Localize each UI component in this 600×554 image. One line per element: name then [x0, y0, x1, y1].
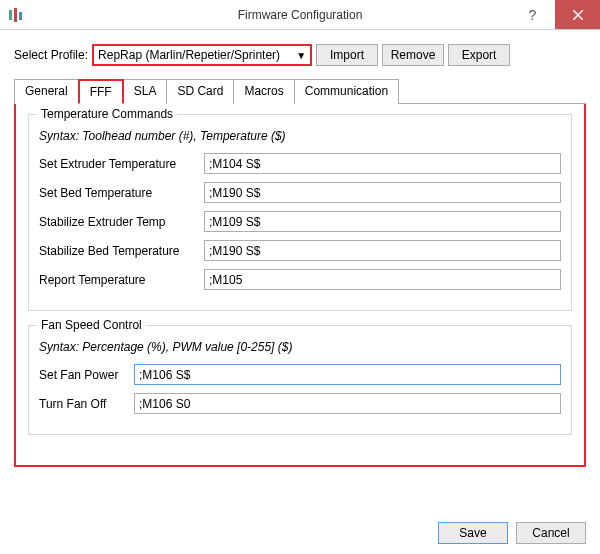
cancel-button[interactable]: Cancel [516, 522, 586, 544]
tab-macros[interactable]: Macros [233, 79, 294, 104]
close-button[interactable] [555, 0, 600, 29]
turn-fan-off-input[interactable] [134, 393, 561, 414]
chevron-down-icon: ▼ [296, 50, 306, 61]
export-button[interactable]: Export [448, 44, 510, 66]
tab-communication[interactable]: Communication [294, 79, 399, 104]
tab-sla[interactable]: SLA [123, 79, 168, 104]
app-icon [8, 7, 24, 23]
set-extruder-temp-input[interactable] [204, 153, 561, 174]
set-fan-power-label: Set Fan Power [39, 368, 134, 382]
syntax-hint: Syntax: Percentage (%), PWM value [0-255… [39, 340, 561, 354]
group-title: Fan Speed Control [37, 318, 146, 332]
help-button[interactable]: ? [510, 0, 555, 29]
import-button[interactable]: Import [316, 44, 378, 66]
remove-button[interactable]: Remove [382, 44, 444, 66]
tab-sdcard[interactable]: SD Card [166, 79, 234, 104]
report-temp-input[interactable] [204, 269, 561, 290]
stabilize-bed-temp-input[interactable] [204, 240, 561, 261]
stabilize-extruder-temp-input[interactable] [204, 211, 561, 232]
set-bed-temp-label: Set Bed Temperature [39, 186, 204, 200]
stabilize-bed-temp-label: Stabilize Bed Temperature [39, 244, 204, 258]
stabilize-extruder-temp-label: Stabilize Extruder Temp [39, 215, 204, 229]
profile-selected-value: RepRap (Marlin/Repetier/Sprinter) [98, 48, 280, 62]
tab-content: Temperature Commands Syntax: Toolhead nu… [14, 104, 586, 467]
report-temp-label: Report Temperature [39, 273, 204, 287]
tab-fff[interactable]: FFF [78, 79, 124, 104]
group-title: Temperature Commands [37, 107, 177, 121]
svg-rect-0 [9, 10, 12, 20]
profile-label: Select Profile: [14, 48, 88, 62]
svg-rect-2 [19, 12, 22, 20]
profile-select[interactable]: RepRap (Marlin/Repetier/Sprinter) ▼ [92, 44, 312, 66]
turn-fan-off-label: Turn Fan Off [39, 397, 134, 411]
tab-general[interactable]: General [14, 79, 79, 104]
set-fan-power-input[interactable] [134, 364, 561, 385]
window-title: Firmware Configuration [238, 8, 363, 22]
set-extruder-temp-label: Set Extruder Temperature [39, 157, 204, 171]
syntax-hint: Syntax: Toolhead number (#), Temperature… [39, 129, 561, 143]
tab-bar: General FFF SLA SD Card Macros Communica… [14, 78, 586, 104]
temperature-commands-group: Temperature Commands Syntax: Toolhead nu… [28, 114, 572, 311]
svg-rect-1 [14, 8, 17, 22]
titlebar: Firmware Configuration ? [0, 0, 600, 30]
set-bed-temp-input[interactable] [204, 182, 561, 203]
fan-speed-control-group: Fan Speed Control Syntax: Percentage (%)… [28, 325, 572, 435]
save-button[interactable]: Save [438, 522, 508, 544]
